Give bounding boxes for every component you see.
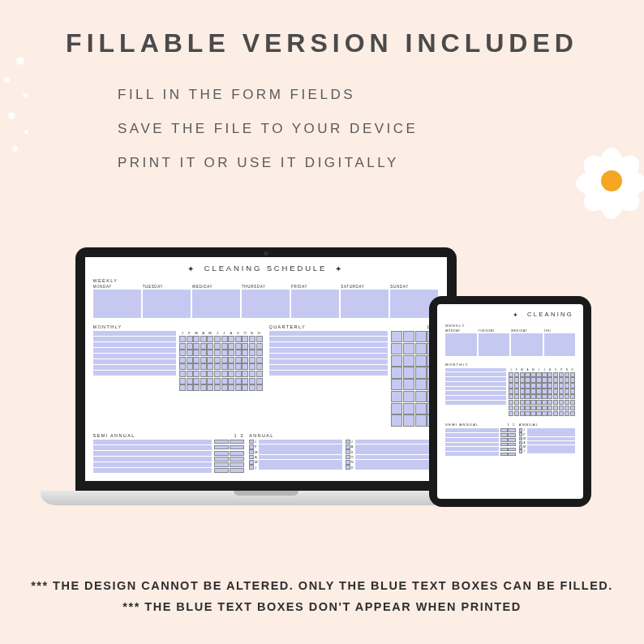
checkbox-cell[interactable] (536, 389, 541, 393)
checkbox-cell[interactable] (214, 363, 221, 370)
fillable-line[interactable] (93, 354, 177, 358)
fillable-line[interactable] (355, 465, 439, 470)
checkbox-cell[interactable] (193, 384, 200, 391)
checkbox-cell[interactable] (187, 363, 193, 370)
fillable-line[interactable] (93, 468, 212, 473)
fillable-line[interactable] (445, 452, 499, 456)
checkbox-cell[interactable] (520, 389, 525, 393)
checkbox-cell[interactable] (235, 336, 242, 342)
checkbox-cell[interactable] (542, 372, 547, 377)
checkbox-cell[interactable] (249, 378, 255, 384)
fillable-box[interactable] (291, 290, 339, 318)
checkbox-cell[interactable] (514, 406, 519, 410)
checkbox-cell[interactable] (228, 384, 234, 391)
checkbox-cell[interactable] (570, 394, 575, 399)
checkbox-cell[interactable] (228, 363, 234, 370)
checkbox-cell[interactable] (553, 372, 558, 377)
fillable-line[interactable] (93, 337, 177, 341)
checkbox-cell[interactable] (230, 457, 244, 462)
checkbox-cell[interactable] (514, 377, 519, 382)
checkbox-cell[interactable] (256, 357, 263, 363)
checkbox-cell[interactable] (230, 445, 244, 450)
checkbox-cell[interactable] (187, 357, 193, 363)
fillable-line[interactable] (269, 354, 388, 358)
checkbox-cell[interactable] (391, 343, 402, 354)
checkbox-cell[interactable] (547, 372, 552, 377)
checkbox-cell[interactable] (403, 355, 414, 367)
checkbox-cell[interactable] (235, 378, 242, 384)
fillable-line[interactable] (527, 437, 575, 441)
checkbox-cell[interactable] (514, 394, 519, 399)
checkbox-cell[interactable] (553, 377, 558, 382)
checkbox-cell[interactable] (214, 336, 221, 342)
checkbox-cell[interactable] (519, 428, 523, 432)
fillable-line[interactable] (269, 348, 388, 353)
fillable-line[interactable] (93, 462, 212, 467)
checkbox-cell[interactable] (391, 355, 402, 367)
fillable-line[interactable] (93, 365, 177, 370)
checkbox-cell[interactable] (565, 389, 569, 393)
checkbox-cell[interactable] (346, 449, 350, 454)
checkbox-cell[interactable] (214, 371, 221, 377)
checkbox-cell[interactable] (509, 400, 513, 405)
checkbox-cell[interactable] (228, 336, 234, 342)
checkbox-cell[interactable] (221, 384, 228, 391)
fillable-line[interactable] (445, 401, 506, 405)
checkbox-cell[interactable] (242, 336, 248, 342)
checkbox-cell[interactable] (249, 444, 254, 449)
checkbox-cell[interactable] (207, 357, 213, 363)
checkbox-cell[interactable] (179, 363, 186, 370)
checkbox-cell[interactable] (221, 343, 228, 350)
checkbox-cell[interactable] (214, 343, 221, 350)
checkbox-cell[interactable] (559, 406, 564, 410)
checkbox-cell[interactable] (346, 465, 350, 470)
fillable-box[interactable] (242, 290, 290, 318)
checkbox-cell[interactable] (553, 389, 558, 393)
checkbox-cell[interactable] (542, 394, 547, 399)
checkbox-cell[interactable] (230, 440, 244, 444)
checkbox-cell[interactable] (525, 383, 530, 388)
fillable-line[interactable] (445, 372, 506, 376)
fillable-box[interactable] (544, 333, 576, 356)
fillable-line[interactable] (445, 428, 499, 432)
checkbox-cell[interactable] (542, 389, 547, 393)
fillable-line[interactable] (445, 368, 506, 372)
fillable-box[interactable] (93, 290, 141, 318)
checkbox-cell[interactable] (187, 378, 193, 384)
fillable-box[interactable] (511, 333, 543, 356)
checkbox-cell[interactable] (525, 389, 530, 393)
checkbox-cell[interactable] (547, 406, 552, 410)
fillable-line[interactable] (355, 460, 439, 465)
checkbox-cell[interactable] (547, 389, 552, 393)
checkbox-cell[interactable] (508, 448, 515, 452)
checkbox-cell[interactable] (559, 394, 564, 399)
checkbox-cell[interactable] (228, 378, 234, 384)
checkbox-cell[interactable] (559, 389, 564, 393)
checkbox-cell[interactable] (553, 411, 558, 416)
checkbox-cell[interactable] (346, 444, 350, 449)
checkbox-cell[interactable] (242, 378, 248, 384)
checkbox-cell[interactable] (187, 350, 193, 356)
checkbox-cell[interactable] (230, 451, 244, 456)
fillable-line[interactable] (269, 342, 388, 347)
checkbox-cell[interactable] (193, 378, 200, 384)
checkbox-cell[interactable] (249, 357, 255, 363)
checkbox-cell[interactable] (403, 343, 414, 354)
fillable-line[interactable] (93, 451, 212, 456)
checkbox-cell[interactable] (249, 336, 255, 342)
checkbox-cell[interactable] (530, 377, 535, 382)
fillable-line[interactable] (445, 433, 499, 437)
checkbox-cell[interactable] (536, 400, 541, 405)
checkbox-cell[interactable] (403, 367, 414, 378)
checkbox-cell[interactable] (519, 441, 523, 445)
checkbox-cell[interactable] (565, 383, 569, 388)
fillable-line[interactable] (527, 432, 575, 436)
checkbox-cell[interactable] (509, 377, 513, 382)
checkbox-cell[interactable] (179, 378, 186, 384)
checkbox-cell[interactable] (200, 378, 207, 384)
checkbox-cell[interactable] (193, 371, 200, 377)
checkbox-cell[interactable] (179, 357, 186, 363)
checkbox-cell[interactable] (221, 378, 228, 384)
checkbox-cell[interactable] (500, 443, 508, 447)
checkbox-cell[interactable] (200, 350, 207, 356)
